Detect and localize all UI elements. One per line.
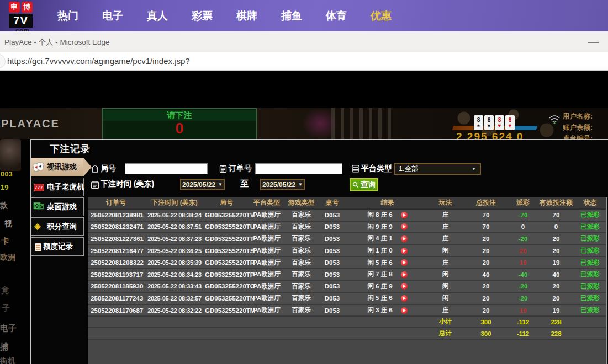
- site-logo[interactable]: 申 博 7V .com: [9, 2, 34, 34]
- card-rank: 8: [498, 117, 501, 123]
- cell-status: 已派彩: [575, 259, 605, 267]
- result-score: 闲 5 庄 6: [367, 294, 392, 302]
- platform-select[interactable]: 1.全部 ▼: [394, 163, 481, 175]
- cell-order-number: 250522081238981: [88, 212, 144, 218]
- sidebar-item[interactable]: 视讯游戏: [31, 158, 84, 176]
- cell-platform: PA欧洲厅: [248, 294, 286, 302]
- site-nav-item[interactable]: 热门: [57, 9, 78, 23]
- round-input[interactable]: [125, 163, 208, 174]
- sidebar-item[interactable]: 电子老虎机: [31, 178, 84, 196]
- subtotal-label: 小计: [427, 318, 463, 326]
- calendar-icon: [91, 180, 99, 189]
- cell-payout: -70: [509, 212, 537, 218]
- order-label: 订单号: [229, 164, 252, 174]
- col-header-result: 结果: [347, 198, 427, 207]
- cell-table-number: D053: [317, 307, 347, 314]
- site-nav-item[interactable]: 真人: [147, 9, 168, 23]
- cell-bet-type: 闲: [427, 247, 463, 255]
- bet-prompt-label: 请下注: [103, 110, 256, 121]
- grand-total-row: 总计 300 -112 228: [88, 328, 607, 340]
- col-header-bet-type: 玩法: [427, 198, 463, 207]
- date-from-select[interactable]: 2025/05/22 ▼: [180, 179, 225, 190]
- clipboard-icon: [219, 164, 228, 173]
- order-input[interactable]: [255, 163, 342, 174]
- cell-game-type: 百家乐: [286, 211, 317, 219]
- grand-total-label: 总计: [427, 329, 463, 338]
- result-score: 闲 1 庄 0: [367, 247, 392, 255]
- site-nav-item[interactable]: 优惠: [371, 9, 392, 23]
- replay-play-icon[interactable]: [401, 271, 408, 278]
- url-input[interactable]: [7, 56, 604, 66]
- date-to-select[interactable]: 2025/05/22 ▼: [260, 179, 305, 190]
- cell-result: 闲 6 庄 9: [347, 282, 427, 291]
- col-header-table: 桌号: [317, 198, 347, 207]
- chevron-down-icon: ▼: [218, 182, 223, 187]
- cell-bet-time: 2025-05-22 08:35:39: [144, 259, 205, 266]
- cell-result: 闲 5 庄 6: [347, 259, 427, 267]
- cell-payout: 20: [509, 248, 537, 254]
- cell-round-id: GD053255220TR: [205, 259, 248, 266]
- replay-play-icon[interactable]: [401, 307, 408, 314]
- cell-valid-bet: 0: [537, 223, 575, 230]
- playing-card: 8 ♠: [474, 115, 483, 130]
- cell-order-number: 250522081227361: [88, 235, 144, 242]
- table-row: 250522081193717 2025-05-22 08:34:23 GD05…: [88, 269, 607, 281]
- col-header-total-bet: 总投注: [463, 198, 509, 207]
- bet-amount: 0: [103, 121, 256, 136]
- wifi-icon: [548, 114, 561, 124]
- cell-round-id: GD053255220TN: [205, 295, 248, 302]
- replay-play-icon[interactable]: [401, 259, 408, 266]
- background-text-remnant: 子: [2, 303, 10, 313]
- cell-table-number: D053: [317, 283, 347, 290]
- sidebar-item-icon: [35, 243, 41, 251]
- cell-status: 已派彩: [575, 234, 605, 243]
- cell-table-number: D053: [317, 248, 347, 254]
- sidebar-item[interactable]: 积分查询: [31, 217, 84, 236]
- replay-play-icon[interactable]: [401, 283, 408, 290]
- scrollbar[interactable]: [606, 197, 607, 364]
- cell-bet-time: 2025-05-22 08:37:51: [144, 223, 205, 230]
- site-nav-item[interactable]: 体育: [326, 9, 347, 23]
- cell-platform: PA欧洲厅: [248, 270, 286, 279]
- sidebar-item-icon: [34, 163, 44, 172]
- cell-valid-bet: 20: [537, 235, 575, 242]
- cell-bet-time: 2025-05-22 08:33:43: [144, 283, 205, 290]
- cell-platform: PA欧洲厅: [248, 234, 286, 243]
- to-label: 至: [240, 179, 249, 189]
- table-row: 250522081170687 2025-05-22 08:32:22 GD05…: [88, 305, 607, 317]
- subtotal-payout: -112: [509, 319, 537, 325]
- replay-play-icon[interactable]: [401, 235, 408, 242]
- cell-valid-bet: 40: [537, 271, 575, 278]
- cell-total-bet: 20: [463, 295, 509, 302]
- site-nav-item[interactable]: 彩票: [192, 9, 213, 23]
- site-nav-item[interactable]: 电子: [102, 9, 123, 23]
- replay-play-icon[interactable]: [401, 223, 408, 230]
- site-nav-item[interactable]: 捕鱼: [281, 9, 302, 23]
- cell-game-type: 百家乐: [286, 247, 317, 255]
- sidebar-item[interactable]: 额度记录: [31, 237, 84, 256]
- replay-play-icon[interactable]: [401, 248, 408, 254]
- replay-play-icon[interactable]: [401, 295, 408, 302]
- search-button[interactable]: 查询: [350, 178, 378, 191]
- site-nav-item[interactable]: 棋牌: [236, 9, 257, 23]
- cell-result: 闲 4 庄 1: [347, 234, 427, 243]
- card-rank: 8: [488, 117, 491, 123]
- cell-game-type: 百家乐: [286, 282, 317, 291]
- table-row: 250522081208322 2025-05-22 08:35:39 GD05…: [88, 257, 607, 269]
- sidebar-item[interactable]: 桌面游戏: [31, 197, 84, 216]
- cell-total-bet: 70: [463, 223, 509, 230]
- replay-play-icon[interactable]: [401, 212, 408, 218]
- cell-status: 已派彩: [575, 306, 605, 314]
- cell-payout: -40: [509, 271, 537, 278]
- result-score: 闲 7 庄 8: [367, 270, 392, 279]
- cell-bet-time: 2025-05-22 08:38:24: [144, 212, 205, 218]
- playing-card: 8 ♥: [505, 115, 515, 130]
- minimize-icon[interactable]: [588, 42, 599, 43]
- cell-table-number: D053: [317, 235, 347, 242]
- table-row: 250522081238981 2025-05-22 08:38:24 GD05…: [88, 210, 607, 222]
- cell-result: 闲 1 庄 0: [347, 247, 427, 255]
- cell-game-type: 百家乐: [286, 270, 317, 279]
- col-header-valid-bet: 有效投注额: [537, 198, 575, 207]
- left-background-strip: 00319款视卡欧洲竟子电子捕街机: [0, 139, 30, 364]
- cell-bet-type: 闲: [427, 270, 463, 279]
